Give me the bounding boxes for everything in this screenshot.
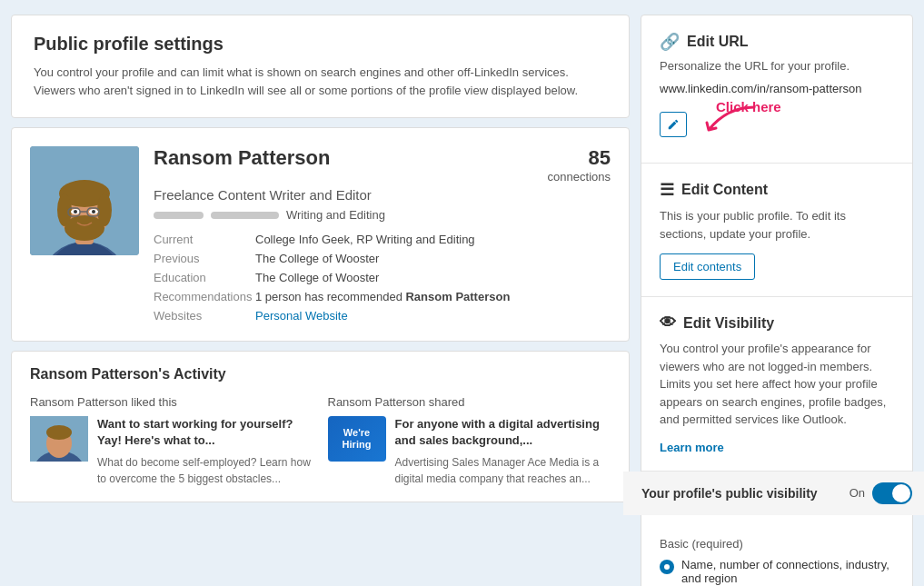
arrow-annotation: Click here (691, 103, 781, 146)
edit-contents-button[interactable]: Edit contents (660, 253, 755, 280)
edit-visibility-description: You control your profile's appearance fo… (660, 340, 894, 429)
visibility-toggle[interactable] (872, 482, 912, 504)
toggle-on-label: On (849, 486, 865, 500)
edit-visibility-title: 👁 Edit Visibility (660, 313, 894, 333)
svg-point-8 (65, 215, 104, 241)
toggle-container: On (849, 482, 912, 504)
radio-checked-icon (660, 560, 674, 574)
profile-url-display: www.linkedin.com/in/ransom-patterson (660, 82, 894, 95)
link-icon: 🔗 (660, 32, 680, 52)
activity-title: Ransom Patterson's Activity (30, 366, 611, 382)
activity-2-content: For anyone with a digital advertising an… (395, 416, 611, 487)
page-title: Public profile settings (34, 34, 607, 55)
personal-website-link[interactable]: Personal Website (255, 309, 348, 323)
visibility-label: Your profile's public visibility (641, 486, 818, 501)
connections-count: 85 connections (548, 146, 611, 184)
edit-content-title: ☰ Edit Content (660, 180, 894, 200)
previous-value: The College of Wooster (255, 252, 611, 265)
profile-headline: Freelance Content Writer and Editor (154, 187, 611, 203)
activity-item-2: Ransom Patterson shared We'reHiring For … (328, 395, 611, 487)
radio-inner (664, 564, 670, 570)
activity-grid: Ransom Patterson liked this Want to st (30, 395, 611, 487)
websites-value: Personal Website (255, 309, 611, 323)
education-value: The College of Wooster (255, 271, 611, 284)
profile-card: Ransom Patterson 85 connections Freelanc… (11, 127, 630, 342)
basic-required-label: Basic (required) (660, 526, 894, 551)
profile-name: Ransom Patterson (154, 146, 330, 170)
education-label: Education (154, 271, 244, 284)
previous-label: Previous (154, 252, 244, 265)
recommendations-value: 1 person has recommended Ransom Patterso… (255, 290, 611, 303)
profile-details: Current College Info Geek, RP Writing an… (154, 233, 611, 323)
eye-icon: 👁 (660, 313, 676, 333)
learn-more-link[interactable]: Learn more (660, 441, 724, 454)
settings-description: You control your profile and can limit w… (34, 64, 607, 99)
basic-section: Basic (required) Name, number of connect… (641, 515, 912, 587)
profile-info: Ransom Patterson 85 connections Freelanc… (154, 146, 611, 323)
activity-1-thumb (30, 416, 88, 462)
activity-1-content: Want to start working for yourself? Yay!… (97, 416, 313, 487)
skill-pill-1 (154, 212, 204, 219)
activity-1-description: What do become self-employed? Learn how … (97, 454, 313, 487)
activity-2-post: We'reHiring For anyone with a digital ad… (328, 416, 611, 487)
public-visibility-section: Your profile's public visibility On Basi… (641, 472, 912, 587)
skill-pill-2 (211, 212, 279, 219)
left-panel: Public profile settings You control your… (11, 15, 630, 586)
edit-url-title: 🔗 Edit URL (660, 32, 894, 52)
click-here-label: Click here (716, 99, 781, 114)
activity-section: Ransom Patterson's Activity Ransom Patte… (11, 351, 630, 502)
menu-icon: ☰ (660, 180, 674, 200)
edit-visibility-section: 👁 Edit Visibility You control your profi… (641, 297, 912, 472)
activity-2-description: Advertising Sales Manager Ace Media is a… (395, 454, 611, 487)
edit-url-button-wrapper: Click here (660, 103, 894, 146)
activity-1-header: Ransom Patterson liked this (30, 395, 313, 409)
name-connections-row: Name, number of connections, industry, a… (660, 558, 894, 585)
activity-1-post: Want to start working for yourself? Yay!… (30, 416, 313, 487)
recommendations-label: Recommendations (154, 290, 244, 303)
right-panel: 🔗 Edit URL Personalize the URL for your … (641, 15, 913, 586)
current-value: College Info Geek, RP Writing and Editin… (255, 233, 611, 246)
avatar (30, 146, 139, 255)
activity-2-header: Ransom Patterson shared (328, 395, 611, 409)
edit-content-section: ☰ Edit Content This is your public profi… (641, 164, 912, 297)
activity-2-thumb: We'reHiring (328, 416, 386, 462)
pencil-icon (667, 118, 680, 131)
name-connections-label: Name, number of connections, industry, a… (681, 558, 894, 585)
edit-url-section: 🔗 Edit URL Personalize the URL for your … (641, 15, 912, 164)
toggle-knob (892, 484, 910, 502)
activity-1-title: Want to start working for yourself? Yay!… (97, 416, 313, 449)
websites-label: Websites (154, 309, 244, 323)
visibility-toggle-row: Your profile's public visibility On (623, 472, 924, 515)
settings-header: Public profile settings You control your… (11, 15, 630, 118)
svg-point-12 (92, 210, 95, 214)
edit-url-button[interactable] (660, 112, 687, 137)
edit-content-description: This is your public profile. To edit its… (660, 207, 894, 243)
svg-point-11 (74, 210, 77, 214)
activity-2-title: For anyone with a digital advertising an… (395, 416, 611, 449)
svg-point-19 (46, 425, 72, 440)
skills-bar: Writing and Editing (154, 208, 611, 222)
current-label: Current (154, 233, 244, 246)
skills-label: Writing and Editing (286, 208, 385, 222)
edit-url-description: Personalize the URL for your profile. (660, 59, 894, 73)
activity-item-1: Ransom Patterson liked this Want to st (30, 395, 313, 487)
